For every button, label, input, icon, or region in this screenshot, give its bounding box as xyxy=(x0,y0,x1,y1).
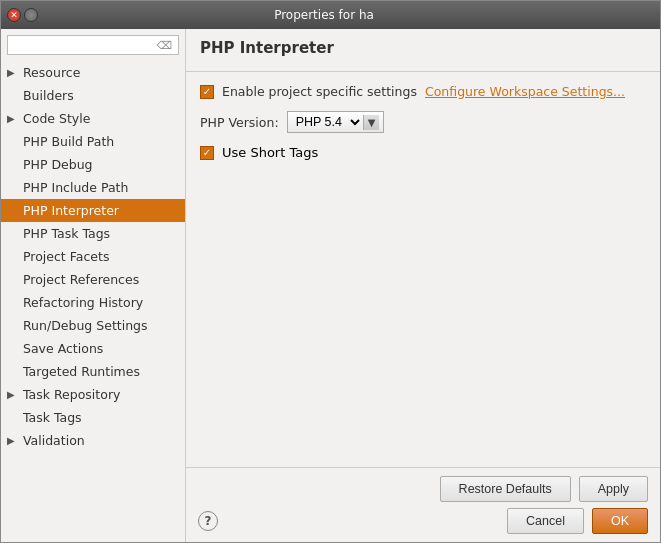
content-title: PHP Interpreter xyxy=(200,39,646,57)
sidebar-item-task-repository[interactable]: ▶Task Repository xyxy=(1,383,185,406)
sidebar-item-label: PHP Task Tags xyxy=(23,226,110,241)
content-panel: PHP Interpreter Enable project specific … xyxy=(186,29,660,542)
dialog-title: Properties for ha xyxy=(0,8,654,22)
dialog-body: ⌫ ▶ResourceBuilders▶Code StylePHP Build … xyxy=(1,29,660,542)
dialog-footer: Restore Defaults Apply ? Cancel OK xyxy=(186,467,660,542)
php-version-dropdown-arrow[interactable]: ▼ xyxy=(363,115,380,130)
sidebar-item-code-style[interactable]: ▶Code Style xyxy=(1,107,185,130)
sidebar-item-php-task-tags[interactable]: PHP Task Tags xyxy=(1,222,185,245)
sidebar-item-label: PHP Build Path xyxy=(23,134,114,149)
ok-button[interactable]: OK xyxy=(592,508,648,534)
sidebar-item-label: Builders xyxy=(23,88,74,103)
sidebar-item-label: Save Actions xyxy=(23,341,103,356)
sidebar-item-task-tags[interactable]: Task Tags xyxy=(1,406,185,429)
sidebar-item-label: Run/Debug Settings xyxy=(23,318,148,333)
sidebar-item-project-references[interactable]: Project References xyxy=(1,268,185,291)
titlebar: ✕ Properties for ha xyxy=(1,1,660,29)
sidebar-item-label: Refactoring History xyxy=(23,295,143,310)
php-version-row: PHP Version: PHP 5.4PHP 5.3PHP 5.5PHP 7.… xyxy=(200,111,646,133)
content-body: Enable project specific settings Configu… xyxy=(186,72,660,467)
content-header: PHP Interpreter xyxy=(186,29,660,72)
php-version-label: PHP Version: xyxy=(200,115,279,130)
php-version-select[interactable]: PHP 5.4PHP 5.3PHP 5.5PHP 7.0 xyxy=(292,114,363,130)
sidebar-item-label: Targeted Runtimes xyxy=(23,364,140,379)
php-version-select-wrapper[interactable]: PHP 5.4PHP 5.3PHP 5.5PHP 7.0 ▼ xyxy=(287,111,385,133)
chevron-right-icon: ▶ xyxy=(7,435,19,446)
short-tags-checkbox[interactable] xyxy=(200,146,214,160)
chevron-right-icon: ▶ xyxy=(7,113,19,124)
sidebar-item-label: PHP Debug xyxy=(23,157,93,172)
sidebar-item-validation[interactable]: ▶Validation xyxy=(1,429,185,452)
short-tags-row: Use Short Tags xyxy=(200,145,646,160)
enable-settings-checkbox[interactable] xyxy=(200,85,214,99)
apply-button[interactable]: Apply xyxy=(579,476,648,502)
help-button[interactable]: ? xyxy=(198,511,218,531)
restore-defaults-button[interactable]: Restore Defaults xyxy=(440,476,571,502)
search-clear-icon[interactable]: ⌫ xyxy=(154,39,174,52)
cancel-button[interactable]: Cancel xyxy=(507,508,584,534)
short-tags-label: Use Short Tags xyxy=(222,145,318,160)
sidebar: ⌫ ▶ResourceBuilders▶Code StylePHP Build … xyxy=(1,29,186,542)
search-box[interactable]: ⌫ xyxy=(7,35,179,55)
footer-row1: Restore Defaults Apply xyxy=(198,476,648,502)
sidebar-item-php-interpreter[interactable]: PHP Interpreter xyxy=(1,199,185,222)
sidebar-item-resource[interactable]: ▶Resource xyxy=(1,61,185,84)
sidebar-item-label: Resource xyxy=(23,65,80,80)
sidebar-item-label: Validation xyxy=(23,433,85,448)
enable-settings-label: Enable project specific settings xyxy=(222,84,417,99)
enable-settings-row: Enable project specific settings Configu… xyxy=(200,84,646,99)
search-input[interactable] xyxy=(12,38,154,52)
configure-workspace-link[interactable]: Configure Workspace Settings... xyxy=(425,84,625,99)
sidebar-item-run-debug-settings[interactable]: Run/Debug Settings xyxy=(1,314,185,337)
sidebar-item-label: Task Tags xyxy=(23,410,82,425)
chevron-right-icon: ▶ xyxy=(7,67,19,78)
sidebar-item-save-actions[interactable]: Save Actions xyxy=(1,337,185,360)
sidebar-item-label: Task Repository xyxy=(23,387,120,402)
sidebar-item-label: Project References xyxy=(23,272,139,287)
sidebar-item-builders[interactable]: Builders xyxy=(1,84,185,107)
sidebar-item-label: Project Facets xyxy=(23,249,109,264)
sidebar-item-php-debug[interactable]: PHP Debug xyxy=(1,153,185,176)
sidebar-item-label: Code Style xyxy=(23,111,90,126)
sidebar-item-php-build-path[interactable]: PHP Build Path xyxy=(1,130,185,153)
sidebar-item-php-include-path[interactable]: PHP Include Path xyxy=(1,176,185,199)
sidebar-item-project-facets[interactable]: Project Facets xyxy=(1,245,185,268)
sidebar-item-targeted-runtimes[interactable]: Targeted Runtimes xyxy=(1,360,185,383)
sidebar-item-label: PHP Include Path xyxy=(23,180,128,195)
footer-row2: ? Cancel OK xyxy=(198,508,648,534)
sidebar-item-label: PHP Interpreter xyxy=(23,203,119,218)
sidebar-item-refactoring-history[interactable]: Refactoring History xyxy=(1,291,185,314)
dialog-window: ✕ Properties for ha ⌫ ▶ResourceBuilders▶… xyxy=(0,0,661,543)
nav-list: ▶ResourceBuilders▶Code StylePHP Build Pa… xyxy=(1,61,185,452)
chevron-right-icon: ▶ xyxy=(7,389,19,400)
